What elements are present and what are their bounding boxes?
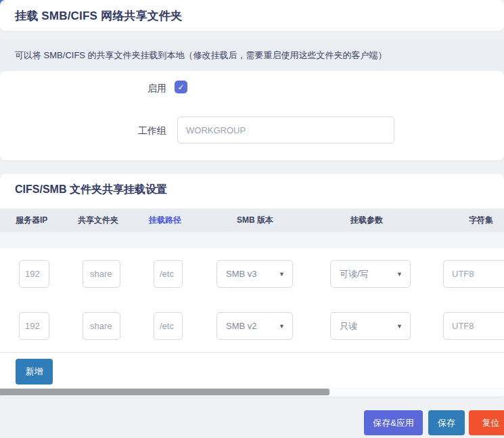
smb-version-value: SMB v3: [217, 269, 279, 279]
column-header-mount-path[interactable]: 挂载路径: [149, 209, 181, 232]
table-row: SMB v2 ▼ 只读 ▼: [0, 301, 504, 353]
workgroup-input[interactable]: [177, 116, 394, 144]
smb-version-select[interactable]: SMB v3 ▼: [216, 260, 293, 288]
general-settings-card: 启用 ✓ 工作组: [0, 71, 504, 160]
column-header-share-folder: 共享文件夹: [78, 209, 118, 232]
column-header-smb-version: SMB 版本: [237, 209, 273, 232]
mount-params-select[interactable]: 只读 ▼: [330, 312, 411, 340]
save-button[interactable]: 保存: [428, 410, 465, 435]
server-ip-input[interactable]: [19, 260, 49, 288]
mount-params-value: 只读: [331, 320, 396, 332]
chevron-down-icon: ▼: [279, 271, 292, 278]
page-description: 可以将 SMB/CIFS 的共享文件夹挂载到本地（修改挂载后，需要重启使用这些文…: [15, 49, 387, 62]
server-ip-input[interactable]: [19, 312, 49, 340]
section-title: CIFS/SMB 文件夹共享挂载设置: [15, 183, 167, 197]
mount-params-value: 可读/写: [331, 268, 396, 280]
check-icon: ✓: [177, 83, 184, 91]
workgroup-label: 工作组: [0, 125, 166, 137]
table-row: SMB v3 ▼ 可读/写 ▼: [0, 248, 504, 301]
table-subheader-strip: [0, 232, 504, 249]
save-apply-button[interactable]: 保存&应用: [364, 410, 423, 435]
table-header-row: 服务器IP 共享文件夹 挂载路径 SMB 版本 挂载参数 字符集: [0, 209, 504, 232]
mount-path-input[interactable]: [154, 312, 183, 340]
charset-input[interactable]: [443, 260, 504, 288]
mount-params-select[interactable]: 可读/写 ▼: [330, 260, 411, 288]
page-title: 挂载 SMB/CIFS 网络共享文件夹: [0, 0, 504, 24]
enable-label: 启用: [0, 83, 166, 95]
enable-checkbox[interactable]: ✓: [175, 81, 187, 93]
column-header-charset: 字符集: [469, 209, 493, 232]
page: 挂载 SMB/CIFS 网络共享文件夹 可以将 SMB/CIFS 的共享文件夹挂…: [0, 0, 504, 438]
chevron-down-icon: ▼: [396, 323, 410, 330]
smb-version-value: SMB v2: [217, 321, 279, 331]
chevron-down-icon: ▼: [396, 271, 410, 278]
mount-settings-card: CIFS/SMB 文件夹共享挂载设置 服务器IP 共享文件夹 挂载路径 SMB …: [0, 174, 504, 397]
horizontal-scrollbar: [0, 388, 504, 396]
share-folder-input[interactable]: [83, 312, 120, 340]
smb-version-select[interactable]: SMB v2 ▼: [216, 312, 293, 340]
charset-input[interactable]: [443, 312, 504, 340]
reset-button[interactable]: 复位: [469, 410, 504, 435]
header-card: 挂载 SMB/CIFS 网络共享文件夹: [0, 0, 504, 31]
add-row-button[interactable]: 新增: [16, 359, 53, 385]
mount-path-input[interactable]: [154, 260, 183, 288]
description-band: 可以将 SMB/CIFS 的共享文件夹挂载到本地（修改挂载后，需要重启使用这些文…: [0, 39, 504, 71]
column-header-server-ip: 服务器IP: [16, 209, 47, 232]
share-folder-input[interactable]: [83, 260, 120, 288]
column-header-mount-params: 挂载参数: [350, 209, 383, 232]
scrollbar-thumb[interactable]: [0, 389, 329, 395]
chevron-down-icon: ▼: [279, 323, 292, 330]
